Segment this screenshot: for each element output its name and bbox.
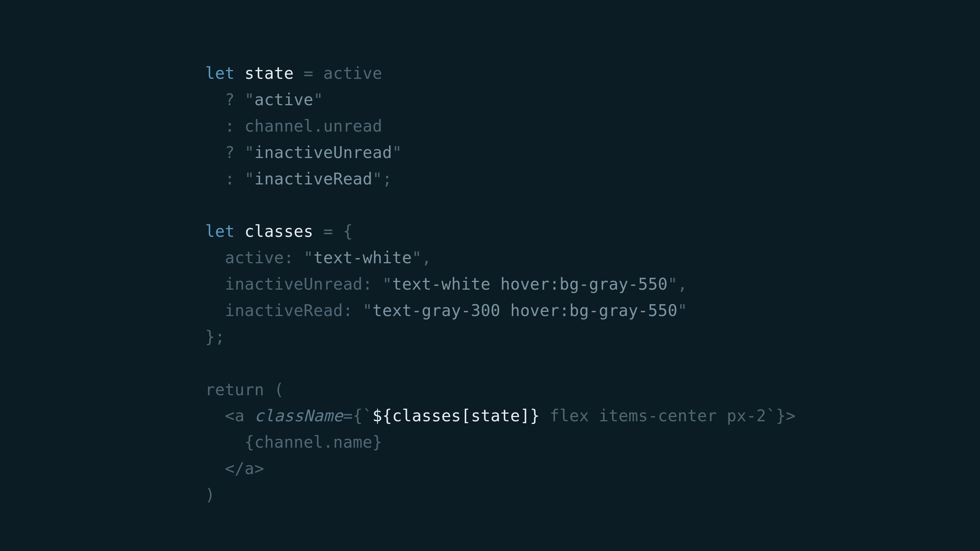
jsx-attr-classname: className bbox=[255, 406, 343, 425]
code-line: : channel.unread bbox=[205, 117, 382, 135]
ternary-q: ? bbox=[225, 90, 244, 109]
jsx-tag-a: a bbox=[245, 459, 255, 478]
string-literal: inactiveUnread bbox=[255, 143, 392, 162]
identifier-classes: classes bbox=[245, 222, 314, 241]
code-line: ? "active" bbox=[205, 90, 323, 109]
expr-channel-name: channel.name bbox=[255, 433, 372, 452]
string-literal: text-white hover:bg-gray-550 bbox=[392, 275, 668, 293]
code-line: }; bbox=[205, 328, 225, 346]
code-line: {channel.name} bbox=[205, 433, 382, 452]
code-line: : "inactiveRead"; bbox=[205, 170, 392, 188]
jsx-tag-a: a bbox=[235, 406, 245, 425]
identifier-state: state bbox=[245, 64, 294, 83]
string-literal: inactiveRead bbox=[255, 170, 372, 188]
code-line: active: "text-white", bbox=[205, 248, 431, 267]
code-line: inactiveRead: "text-gray-300 hover:bg-gr… bbox=[205, 301, 688, 320]
expr: channel.unread bbox=[245, 117, 382, 135]
ternary-colon: : bbox=[225, 170, 244, 188]
expr-classes-state: classes[state] bbox=[392, 406, 530, 425]
code-line: </a> bbox=[205, 459, 264, 478]
template-string-rest: flex items-center px-2 bbox=[540, 406, 766, 425]
code-line: let classes = { bbox=[205, 222, 353, 241]
keyword-let: let bbox=[205, 64, 235, 83]
code-editor: let state = active ? "active" : channel.… bbox=[205, 60, 796, 509]
object-key: active bbox=[225, 248, 284, 267]
string-literal: text-gray-300 hover:bg-gray-550 bbox=[372, 301, 678, 320]
object-key: inactiveUnread bbox=[225, 275, 363, 293]
keyword-let: let bbox=[205, 222, 235, 241]
code-line: <a className={`${classes[state]} flex it… bbox=[205, 406, 796, 425]
code-line: ) bbox=[205, 486, 215, 504]
object-key: inactiveRead bbox=[225, 301, 343, 320]
code-line: let state = active bbox=[205, 64, 382, 83]
string-literal: active bbox=[255, 90, 314, 109]
code-line: ? "inactiveUnread" bbox=[205, 143, 402, 162]
code-line: inactiveUnread: "text-white hover:bg-gra… bbox=[205, 275, 688, 293]
code-line: return ( bbox=[205, 380, 284, 399]
identifier-active: active bbox=[323, 64, 382, 83]
string-literal: text-white bbox=[314, 248, 412, 267]
ternary-colon: : bbox=[225, 117, 244, 135]
ternary-q: ? bbox=[225, 143, 244, 162]
keyword-return: return bbox=[205, 380, 264, 399]
